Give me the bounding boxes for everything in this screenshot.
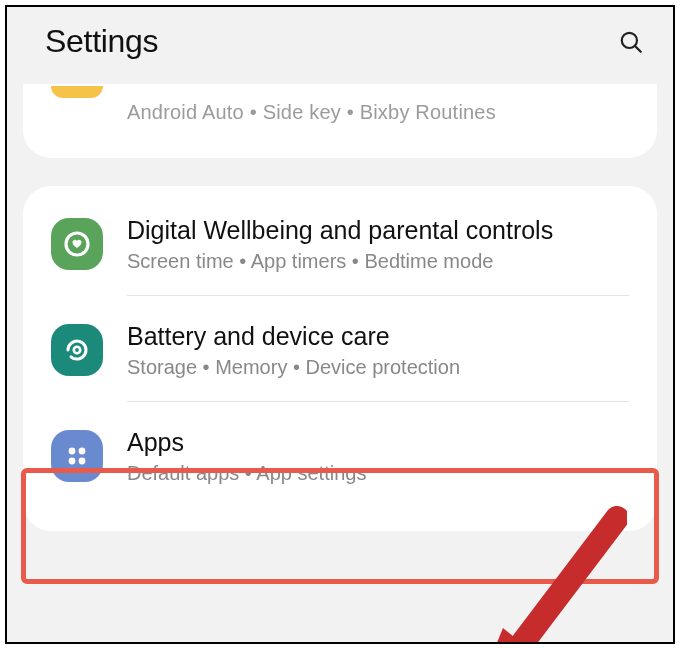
search-button[interactable] xyxy=(617,28,645,56)
apps-icon xyxy=(51,430,103,482)
list-item-subtitle: Default apps • App settings xyxy=(127,460,629,487)
list-item-subtitle: Screen time • App timers • Bedtime mode xyxy=(127,248,629,275)
list-item-subtitle: Storage • Memory • Device protection xyxy=(127,354,629,381)
list-item-digital-wellbeing[interactable]: Digital Wellbeing and parental controls … xyxy=(23,190,657,295)
apps-grid-icon xyxy=(62,441,92,471)
settings-group-advanced: Android Auto • Side key • Bixby Routines xyxy=(23,84,657,158)
battery-ring-icon xyxy=(61,334,93,366)
list-item-title: Digital Wellbeing and parental controls xyxy=(127,214,629,246)
page-title: Settings xyxy=(45,23,158,60)
heart-ring-icon xyxy=(61,228,93,260)
advanced-features-icon xyxy=(51,86,103,138)
list-item-battery-device-care[interactable]: Battery and device care Storage • Memory… xyxy=(23,296,657,401)
svg-point-6 xyxy=(69,458,76,465)
svg-marker-8 xyxy=(475,628,537,644)
list-item-title: Battery and device care xyxy=(127,320,629,352)
list-item-advanced-features[interactable]: Android Auto • Side key • Bixby Routines xyxy=(23,84,657,152)
list-item-subtitle: Android Auto • Side key • Bixby Routines xyxy=(127,101,629,124)
search-icon xyxy=(618,29,644,55)
svg-line-1 xyxy=(635,46,641,52)
battery-device-care-icon xyxy=(51,324,103,376)
list-item-apps[interactable]: Apps Default apps • App settings xyxy=(23,402,657,507)
annotation-arrow-icon xyxy=(457,506,627,644)
svg-point-7 xyxy=(79,458,86,465)
settings-group-device: Digital Wellbeing and parental controls … xyxy=(23,186,657,531)
svg-point-5 xyxy=(79,448,86,455)
svg-point-4 xyxy=(69,448,76,455)
list-item-title: Apps xyxy=(127,426,629,458)
digital-wellbeing-icon xyxy=(51,218,103,270)
settings-header: Settings xyxy=(7,7,673,78)
svg-point-3 xyxy=(74,347,80,353)
